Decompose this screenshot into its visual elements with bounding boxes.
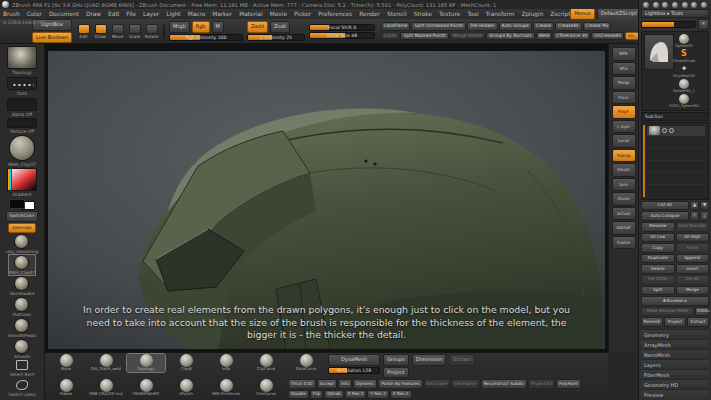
right-shelf-button[interactable]: AAHalf [612,221,636,235]
duplicate-button[interactable]: Duplicate [641,254,675,264]
tool-subpalette-header[interactable]: Geometry [641,329,709,339]
mode-button[interactable]: Scale [127,24,142,39]
all-high-button[interactable]: All High [676,233,710,243]
menu-item[interactable]: Transform [486,11,515,17]
user-icon[interactable] [662,2,668,8]
extract-button[interactable]: Extract [687,317,709,327]
project-toggle-button[interactable]: Project [383,367,409,379]
right-shelf-button[interactable]: Actual [612,207,636,221]
menu-item[interactable]: Preferences [318,11,352,17]
mode-button[interactable]: Edit [76,24,91,39]
shelf-custom-button[interactable]: Groups By Normals [486,32,534,41]
z-intensity-slider[interactable]: Z Intensity 25 [247,34,305,41]
paste-button[interactable]: Paste [676,243,710,253]
tray-slider[interactable] [641,21,696,28]
menu-item[interactable]: Edit [108,11,119,17]
material-item[interactable]: FlatColor [13,297,32,317]
menu-item[interactable]: Document [49,11,79,17]
brush-shortcut[interactable]: ClipCurve [247,354,285,372]
menu-item[interactable]: Picker [294,11,311,17]
current-brush-thumbnail[interactable] [7,46,37,69]
paint-mode-button[interactable]: M [212,21,224,33]
tool-item[interactable]: SSimpleBrush [676,49,692,63]
switch-color-button[interactable]: SwitchColor [6,211,39,222]
make-boolean-mesh-button[interactable]: Make Boolean Mesh [641,307,694,317]
split-button[interactable]: Split [641,286,675,296]
brush-shortcut[interactable]: Orb_Slash_weld [87,354,125,372]
right-shelf-button[interactable]: Frame [612,236,636,250]
menu-item[interactable]: Render [359,11,380,17]
tool-item[interactable]: PM3D_Sphere3D [676,94,692,108]
geometry-button[interactable]: Flip [310,390,323,400]
tool-subpalette-header[interactable]: Preview [641,389,709,399]
material-item[interactable]: MAH_Clay07 [9,255,35,275]
geometry-button[interactable]: QGrab [324,390,344,400]
lightbox-tools-header[interactable]: Lightbox ▸ Tools [641,9,709,18]
delete-button[interactable]: Delete [641,264,675,274]
select-lasso-icon[interactable] [16,380,28,390]
focal-shift-slider[interactable]: Focal Shift 0 [309,24,375,31]
dsdiv-button[interactable]: DSDiv [695,307,709,317]
menu-item[interactable]: Macro [188,11,206,17]
mode-button[interactable]: Rotate [144,24,159,39]
menu-item[interactable]: Brush [3,11,20,17]
dynamesh-resolution-slider[interactable]: Resolution 128 [328,367,380,374]
groups-button[interactable]: Groups [383,354,409,366]
sculpt-mode-button[interactable]: Zadd [247,21,268,33]
paint-mode-button[interactable]: Rgb [192,21,210,33]
geometry-button[interactable]: Double [288,390,309,400]
shelf-custom-button[interactable]: Crease PG [583,22,612,31]
alternate-button[interactable]: Alternate [8,223,35,234]
geometry-button[interactable]: PolyPaint [556,379,581,389]
subtool-scrollbar[interactable] [643,125,645,197]
shelf-custom-button[interactable]: Auto Groups [499,22,532,31]
subtool-up-button[interactable]: ▲ [690,201,699,211]
rename-button[interactable]: Rename [641,222,675,232]
brush-shortcut[interactable]: TRIMDYNAMIC [127,379,165,397]
right-shelf-button[interactable]: Local [612,134,636,148]
material-item[interactable]: Smooth [14,339,30,359]
lock-icon[interactable] [672,2,678,8]
tool-item[interactable]: Sphere3D [676,34,692,48]
brush-shortcut[interactable]: IMM Primitives [207,379,245,397]
menu-item[interactable]: Stroke [414,11,432,17]
shelf-custom-button[interactable]: Lasso [381,32,399,41]
default-zscript-button[interactable]: DefaultZScript [597,9,638,19]
tool-subpalette-header[interactable]: FiberMesh [641,369,709,379]
mode-button[interactable]: Move [110,24,125,39]
shelf-custom-button[interactable]: CTolerance 30 [553,32,590,41]
tool-subpalette-header[interactable]: Layers [641,359,709,369]
shelf-custom-button[interactable]: Inc. [625,32,639,41]
menu-item[interactable]: Movie [270,11,287,17]
r-button[interactable]: R [698,19,709,30]
brush-shortcut[interactable]: TrimCurve [247,379,285,397]
tool-subpalette-header[interactable]: Geometry HD [641,379,709,389]
select-rect-icon[interactable] [16,360,28,370]
geometry-button[interactable]: Reconstruct Subdiv [481,379,528,389]
menu-item[interactable]: Zscript [550,11,570,17]
geometry-button[interactable]: Polish By Features [378,379,422,389]
shelf-custom-button[interactable]: Del Hidden [467,22,497,31]
list-all-button[interactable]: List All [641,201,689,211]
subtool-header[interactable]: SubTool [641,112,709,121]
geometry-button[interactable]: Dynamic [353,379,377,389]
geometry-button[interactable]: Project All [528,379,555,389]
color-picker[interactable] [7,168,37,191]
material-item[interactable]: SkinShade4 [10,276,35,296]
right-shelf-button[interactable]: L.Sym [612,120,636,134]
tool-subpalette-header[interactable]: NanoMesh [641,349,709,359]
live-boolean-button[interactable]: Live Boolean [32,32,72,44]
paint-mode-button[interactable]: Mrgb [169,21,190,33]
geometry-button[interactable]: Y Res 2 [367,390,388,400]
auto-reorder-button[interactable]: Auto Reorder [676,222,710,232]
close-tray-icon[interactable] [701,2,707,8]
menu-item[interactable]: Material [239,11,263,17]
brush-shortcut[interactable]: ORB CRACKS tool [87,379,125,397]
brush-shortcut[interactable]: SliceCurve [287,354,325,372]
right-shelf-button[interactable]: Persp [612,76,636,90]
copy-button[interactable]: Copy [641,243,675,253]
geometry-button[interactable]: Accept [317,379,337,389]
boolean-button[interactable]: Boolean ▸ [641,296,709,306]
geometry-button[interactable]: Thick 0.02 [288,379,316,389]
append-button[interactable]: Append [676,254,710,264]
